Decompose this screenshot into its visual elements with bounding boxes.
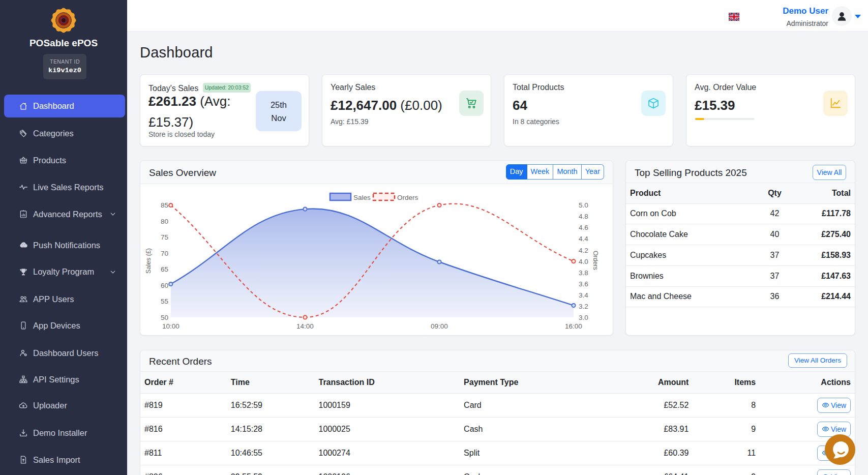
svg-text:09:00: 09:00	[431, 322, 448, 330]
svg-text:10:00: 10:00	[162, 322, 179, 330]
svg-text:65: 65	[161, 265, 168, 273]
svg-text:3.0: 3.0	[579, 314, 588, 321]
svg-text:16:00: 16:00	[565, 322, 582, 330]
svg-text:50: 50	[161, 314, 168, 321]
svg-text:5.0: 5.0	[579, 201, 588, 209]
svg-text:85: 85	[161, 201, 168, 209]
svg-text:70: 70	[161, 250, 168, 257]
svg-text:3.4: 3.4	[579, 291, 588, 299]
svg-text:4.4: 4.4	[579, 235, 588, 243]
svg-text:4.2: 4.2	[579, 247, 588, 254]
svg-text:4.0: 4.0	[579, 258, 588, 265]
svg-text:75: 75	[161, 233, 168, 241]
svg-text:14:00: 14:00	[296, 322, 314, 330]
svg-text:4.6: 4.6	[579, 224, 588, 231]
svg-text:80: 80	[161, 218, 168, 225]
svg-text:3.8: 3.8	[579, 269, 588, 277]
svg-text:4.8: 4.8	[579, 213, 588, 220]
svg-text:60: 60	[161, 282, 168, 289]
svg-text:Orders: Orders	[397, 194, 418, 201]
svg-text:3.6: 3.6	[579, 280, 588, 288]
svg-text:3.2: 3.2	[579, 303, 588, 310]
svg-text:55: 55	[161, 298, 168, 305]
svg-text:Orders: Orders	[592, 251, 599, 270]
svg-text:Sales: Sales	[353, 194, 371, 201]
svg-text:Sales (£): Sales (£)	[145, 248, 152, 274]
